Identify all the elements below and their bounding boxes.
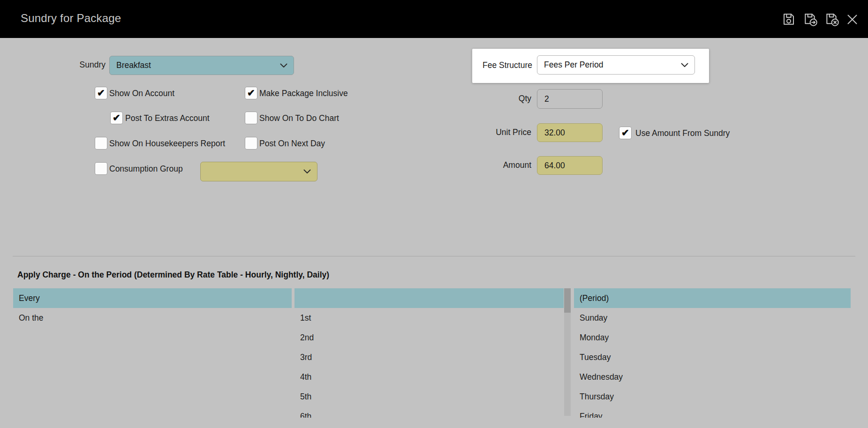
list-header[interactable]: (Period) [574, 288, 851, 308]
ordinal-list-scrollbar-thumb[interactable] [564, 288, 571, 313]
list-header[interactable]: Every [13, 288, 292, 308]
list-item[interactable]: On the [13, 308, 292, 328]
list-item[interactable]: Wednesday [574, 367, 851, 387]
post-on-next-day-label: Post On Next Day [259, 139, 325, 149]
show-on-account-label: Show On Account [109, 89, 174, 98]
post-to-extras-account-label: Post To Extras Account [125, 113, 210, 123]
list-item[interactable]: 6th [294, 406, 564, 418]
amount-value: 64.00 [544, 161, 565, 171]
fee-structure-label: Fee Structure [483, 60, 532, 70]
qty-label: Qty [519, 94, 531, 104]
make-package-inclusive-label: Make Package Inclusive [259, 89, 348, 98]
unit-price-label: Unit Price [496, 128, 531, 137]
sundry-for-package-dialog: Sundry for Package [0, 0, 868, 428]
consumption-group-dropdown[interactable] [200, 162, 317, 181]
fee-structure-dropdown[interactable]: Fees Per Period [537, 55, 695, 75]
apply-charge-frequency-list: EveryOn the [13, 288, 292, 418]
consumption-group-label: Consumption Group [109, 164, 183, 174]
apply-charge-ordinal-list: 1st2nd3rd4th5th6th [294, 288, 564, 418]
show-on-housekeepers-report-label: Show On Housekeepers Report [109, 139, 225, 149]
qty-value: 2 [544, 94, 549, 104]
list-item[interactable]: 3rd [294, 347, 564, 367]
show-on-to-do-chart-checkbox[interactable] [245, 112, 257, 124]
list-item[interactable]: Monday [574, 328, 851, 347]
list-item[interactable]: 2nd [294, 328, 564, 347]
list-item[interactable]: Tuesday [574, 347, 851, 367]
post-to-extras-account-checkbox[interactable]: ✔ [110, 112, 123, 124]
amount-input[interactable]: 64.00 [537, 156, 603, 175]
section-divider [13, 256, 855, 256]
titlebar: Sundry for Package [0, 0, 868, 38]
list-item[interactable]: Sunday [574, 308, 851, 328]
use-amount-from-sundry-label: Use Amount From Sundry [635, 128, 730, 138]
dialog-title: Sundry for Package [21, 12, 121, 25]
sundry-dropdown-value: Breakfast [116, 56, 151, 75]
make-package-inclusive-checkbox[interactable]: ✔ [245, 87, 257, 99]
list-header[interactable] [294, 288, 564, 308]
use-amount-from-sundry-checkbox[interactable]: ✔ [619, 127, 632, 139]
ordinal-list-scrollbar-track[interactable] [564, 288, 571, 416]
amount-label: Amount [503, 160, 531, 170]
list-item[interactable]: Thursday [574, 387, 851, 406]
show-on-to-do-chart-label: Show On To Do Chart [259, 113, 339, 123]
chevron-down-icon [280, 63, 287, 68]
unit-price-value: 32.00 [544, 128, 565, 138]
close-icon[interactable] [846, 13, 861, 28]
list-item[interactable]: 4th [294, 367, 564, 387]
apply-charge-section-title: Apply Charge - On the Period (Determined… [17, 270, 329, 280]
list-item[interactable]: Friday [574, 406, 851, 418]
apply-charge-period-list: (Period)SundayMondayTuesdayWednesdayThur… [574, 288, 851, 418]
chevron-down-icon [303, 169, 311, 174]
post-on-next-day-checkbox[interactable] [245, 137, 257, 150]
show-on-housekeepers-report-checkbox[interactable] [95, 137, 107, 150]
save-icon[interactable] [781, 12, 796, 27]
save-and-cancel-icon[interactable] [824, 12, 839, 27]
unit-price-input[interactable]: 32.00 [537, 123, 603, 142]
consumption-group-checkbox[interactable] [95, 162, 107, 175]
fee-structure-dropdown-value: Fees Per Period [544, 56, 603, 74]
sundry-label: Sundry [80, 60, 106, 70]
save-and-forward-icon[interactable] [803, 12, 818, 27]
show-on-account-checkbox[interactable]: ✔ [95, 87, 107, 99]
qty-input[interactable]: 2 [537, 89, 603, 109]
sundry-dropdown[interactable]: Breakfast [109, 56, 294, 75]
list-item[interactable]: 1st [294, 308, 564, 328]
chevron-down-icon [681, 63, 688, 68]
list-item[interactable]: 5th [294, 387, 564, 406]
